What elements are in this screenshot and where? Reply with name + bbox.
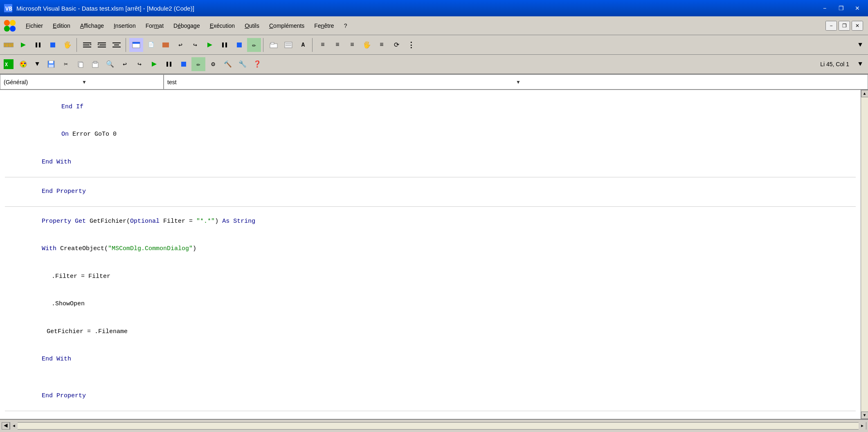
align-center-icon[interactable]: ≡ xyxy=(331,38,344,52)
svg-marker-23 xyxy=(98,44,99,45)
properties-button[interactable] xyxy=(281,38,295,52)
window-controls: − ❐ ✕ xyxy=(817,2,865,14)
menu-insertion[interactable]: Insertion xyxy=(109,20,140,31)
code-line: End With xyxy=(5,148,856,176)
scroll-left-arrow[interactable]: ◄ xyxy=(10,422,18,430)
close-button[interactable]: ✕ xyxy=(850,2,865,14)
align-right-icon[interactable]: ≡ xyxy=(345,38,359,52)
undo-button[interactable]: ↩ xyxy=(173,38,187,52)
more-icon[interactable]: ⋮ xyxy=(404,38,418,52)
mdi-minimize-button[interactable]: − xyxy=(825,21,837,31)
indent-both-icon[interactable] xyxy=(110,38,124,52)
minimize-button[interactable]: − xyxy=(817,2,832,14)
align-left-icon[interactable]: ≡ xyxy=(316,38,330,52)
design-mode-button[interactable]: ✏ xyxy=(247,38,261,52)
find-button[interactable]: 🔍 xyxy=(103,57,117,71)
svg-rect-51 xyxy=(94,61,97,63)
menu-outils[interactable]: Outils xyxy=(240,20,264,31)
code-line: .Filter = Filter xyxy=(5,263,856,291)
help-button[interactable]: ❓ xyxy=(250,57,264,71)
svg-marker-12 xyxy=(21,43,26,47)
code-line: GetFichier = .Filename xyxy=(5,318,856,346)
menu-items: Fichier Edition Affichage Insertion Form… xyxy=(21,20,351,31)
stop2-button[interactable] xyxy=(177,57,191,71)
scroll-track[interactable] xyxy=(861,97,868,412)
build-button[interactable]: 🔨 xyxy=(221,57,235,71)
pause2-button[interactable] xyxy=(162,57,176,71)
scroll-up-arrow[interactable]: ▲ xyxy=(861,90,868,97)
procedure-dropdown[interactable]: test ▼ xyxy=(164,74,868,90)
menu-fenetre[interactable]: Fenêtre xyxy=(310,20,338,31)
menu-affichage[interactable]: Affichage xyxy=(76,20,108,31)
svg-rect-15 xyxy=(50,43,55,47)
menu-fichier[interactable]: Fichier xyxy=(21,20,47,31)
redo2-button[interactable]: ↪ xyxy=(133,57,146,71)
status-bar: ◄ ◄ ► xyxy=(0,419,868,432)
scroll-right-arrow[interactable]: ► xyxy=(859,422,866,430)
pause-button[interactable] xyxy=(31,38,45,52)
code-header: (Général) ▼ test ▼ xyxy=(0,74,868,90)
code-line: With CreateObject("MSComDlg.CommonDialog… xyxy=(5,235,856,263)
run3-button[interactable] xyxy=(147,57,161,71)
horizontal-scrollbar[interactable]: ◄ ► xyxy=(10,422,866,430)
restore-button[interactable]: ❐ xyxy=(834,2,848,14)
svg-rect-54 xyxy=(170,62,171,67)
undo2-button[interactable]: ↩ xyxy=(118,57,132,71)
svg-point-5 xyxy=(10,26,16,31)
insert-userform-button[interactable] xyxy=(129,38,143,52)
scroll-down-arrow[interactable]: ▼ xyxy=(861,412,868,419)
code-line: On Error GoTo 0 xyxy=(5,121,856,149)
svg-point-4 xyxy=(4,26,10,31)
copy-button[interactable] xyxy=(74,57,88,71)
run-button[interactable] xyxy=(16,38,30,52)
indent-right-icon[interactable] xyxy=(95,38,109,52)
project-explorer-button[interactable] xyxy=(267,38,281,52)
lines-icon: ≡ xyxy=(375,38,389,52)
reset-button[interactable] xyxy=(232,38,246,52)
design2-button[interactable]: ✏ xyxy=(191,57,205,71)
save-button[interactable] xyxy=(44,57,58,71)
svg-rect-46 xyxy=(49,61,53,63)
font-icon: A xyxy=(296,38,310,52)
menu-complements[interactable]: Compléments xyxy=(265,20,309,31)
mdi-close-button[interactable]: ✕ xyxy=(852,21,863,31)
indent-left-icon[interactable] xyxy=(80,38,94,52)
insert-module-button[interactable]: 📄 xyxy=(144,38,158,52)
svg-text:X: X xyxy=(5,62,8,68)
paste-button[interactable] xyxy=(88,57,102,71)
menu-execution[interactable]: Exécution xyxy=(205,20,240,31)
svg-rect-26 xyxy=(112,47,121,47)
menu-edition[interactable]: Edition xyxy=(48,20,75,31)
insert-class-button[interactable] xyxy=(159,38,173,52)
svg-rect-31 xyxy=(222,43,224,47)
svg-rect-24 xyxy=(112,43,121,43)
palette-dropdown[interactable]: ▼ xyxy=(31,57,43,71)
wrench-button[interactable]: 🔧 xyxy=(236,57,250,71)
title-bar: VB Microsoft Visual Basic - Datas test.x… xyxy=(0,0,868,16)
run2-button[interactable] xyxy=(203,38,217,52)
vertical-scrollbar[interactable]: ▲ ▼ xyxy=(861,90,868,419)
palette-icon[interactable] xyxy=(16,57,30,71)
object-dropdown[interactable]: (Général) ▼ xyxy=(0,74,164,90)
code-line: End Property xyxy=(5,383,856,410)
code-content[interactable]: End If On Error GoTo 0 End With End Prop… xyxy=(0,90,861,419)
refresh-icon[interactable]: ⟳ xyxy=(389,38,403,52)
svg-point-42 xyxy=(21,63,22,64)
svg-point-44 xyxy=(22,65,24,67)
toolbar2-dropdown[interactable]: ▼ xyxy=(854,57,866,71)
stop-button[interactable] xyxy=(46,38,60,52)
tab-scroll-left[interactable]: ◄ xyxy=(2,422,10,430)
redo-button[interactable]: ↪ xyxy=(188,38,202,52)
code-separator xyxy=(5,177,856,177)
h-scroll-track[interactable] xyxy=(18,423,859,429)
menu-help[interactable]: ? xyxy=(340,20,352,31)
object-dropdown-value: (Général) xyxy=(4,79,82,85)
menu-debogage[interactable]: Débogage xyxy=(169,20,205,31)
mdi-restore-button[interactable]: ❐ xyxy=(839,21,850,31)
toolbar1-dropdown[interactable]: ▼ xyxy=(854,38,866,52)
cut-button[interactable]: ✂ xyxy=(59,57,73,71)
menu-format[interactable]: Format xyxy=(141,20,168,31)
settings-button[interactable]: ⚙ xyxy=(206,57,220,71)
break-button[interactable] xyxy=(218,38,232,52)
code-line: End If xyxy=(5,93,856,121)
